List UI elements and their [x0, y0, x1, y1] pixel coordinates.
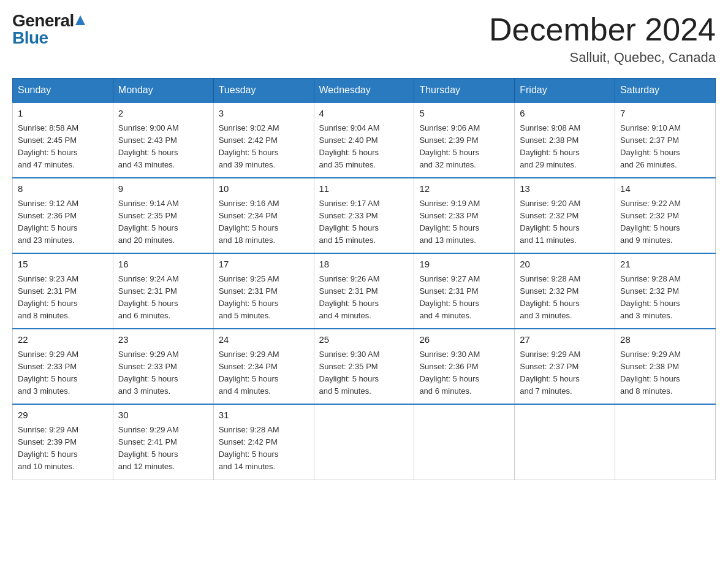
title-area: December 2024 Salluit, Quebec, Canada	[489, 12, 716, 66]
day-info: Sunrise: 9:08 AMSunset: 2:38 PMDaylight:…	[520, 123, 580, 169]
day-info: Sunrise: 8:58 AMSunset: 2:45 PMDaylight:…	[18, 123, 78, 169]
calendar-cell: 20 Sunrise: 9:28 AMSunset: 2:32 PMDaylig…	[515, 253, 615, 329]
day-info: Sunrise: 9:19 AMSunset: 2:33 PMDaylight:…	[419, 199, 480, 245]
weekday-header-wednesday: Wednesday	[314, 79, 414, 103]
location-subtitle: Salluit, Quebec, Canada	[489, 50, 716, 66]
day-info: Sunrise: 9:20 AMSunset: 2:32 PMDaylight:…	[520, 199, 580, 245]
logo: General Blue	[12, 12, 85, 47]
day-info: Sunrise: 9:26 AMSunset: 2:31 PMDaylight:…	[319, 274, 380, 320]
calendar-cell: 29 Sunrise: 9:29 AMSunset: 2:39 PMDaylig…	[13, 404, 113, 480]
calendar-cell: 18 Sunrise: 9:26 AMSunset: 2:31 PMDaylig…	[314, 253, 414, 329]
calendar-cell: 13 Sunrise: 9:20 AMSunset: 2:32 PMDaylig…	[515, 178, 615, 253]
day-number: 31	[219, 408, 309, 423]
calendar-cell: 28 Sunrise: 9:29 AMSunset: 2:38 PMDaylig…	[615, 329, 716, 404]
logo-blue-text: Blue	[12, 29, 48, 47]
calendar-cell: 11 Sunrise: 9:17 AMSunset: 2:33 PMDaylig…	[314, 178, 414, 253]
day-info: Sunrise: 9:28 AMSunset: 2:32 PMDaylight:…	[520, 274, 580, 320]
weekday-header-friday: Friday	[515, 79, 615, 103]
calendar-cell: 30 Sunrise: 9:29 AMSunset: 2:41 PMDaylig…	[113, 404, 213, 480]
day-info: Sunrise: 9:29 AMSunset: 2:37 PMDaylight:…	[520, 350, 580, 396]
day-info: Sunrise: 9:00 AMSunset: 2:43 PMDaylight:…	[118, 123, 179, 169]
calendar-cell: 15 Sunrise: 9:23 AMSunset: 2:31 PMDaylig…	[13, 253, 113, 329]
day-number: 17	[219, 258, 309, 272]
day-number: 10	[219, 182, 309, 196]
weekday-header-tuesday: Tuesday	[213, 79, 314, 103]
calendar-cell: 23 Sunrise: 9:29 AMSunset: 2:33 PMDaylig…	[113, 329, 213, 404]
day-number: 11	[319, 182, 409, 196]
day-number: 4	[319, 107, 409, 121]
day-info: Sunrise: 9:02 AMSunset: 2:42 PMDaylight:…	[219, 123, 279, 169]
day-number: 22	[18, 333, 108, 347]
day-number: 2	[118, 107, 208, 121]
calendar-cell: 17 Sunrise: 9:25 AMSunset: 2:31 PMDaylig…	[213, 253, 314, 329]
calendar-cell: 16 Sunrise: 9:24 AMSunset: 2:31 PMDaylig…	[113, 253, 213, 329]
calendar-cell: 9 Sunrise: 9:14 AMSunset: 2:35 PMDayligh…	[113, 178, 213, 253]
day-number: 5	[419, 107, 509, 121]
calendar-cell: 8 Sunrise: 9:12 AMSunset: 2:36 PMDayligh…	[13, 178, 113, 253]
calendar-cell: 22 Sunrise: 9:29 AMSunset: 2:33 PMDaylig…	[13, 329, 113, 404]
week-row-1: 1 Sunrise: 8:58 AMSunset: 2:45 PMDayligh…	[13, 102, 716, 178]
calendar-cell: 3 Sunrise: 9:02 AMSunset: 2:42 PMDayligh…	[213, 102, 314, 178]
day-number: 7	[620, 107, 710, 121]
day-number: 8	[18, 182, 108, 196]
day-info: Sunrise: 9:29 AMSunset: 2:34 PMDaylight:…	[219, 350, 279, 396]
day-number: 12	[419, 182, 509, 196]
day-info: Sunrise: 9:16 AMSunset: 2:34 PMDaylight:…	[219, 199, 279, 245]
day-number: 13	[520, 182, 610, 196]
week-row-2: 8 Sunrise: 9:12 AMSunset: 2:36 PMDayligh…	[13, 178, 716, 253]
weekday-header-row: SundayMondayTuesdayWednesdayThursdayFrid…	[13, 79, 716, 103]
day-number: 24	[219, 333, 309, 347]
day-number: 19	[419, 258, 509, 272]
calendar-cell: 2 Sunrise: 9:00 AMSunset: 2:43 PMDayligh…	[113, 102, 213, 178]
week-row-5: 29 Sunrise: 9:29 AMSunset: 2:39 PMDaylig…	[13, 404, 716, 480]
day-info: Sunrise: 9:29 AMSunset: 2:41 PMDaylight:…	[118, 425, 179, 471]
day-info: Sunrise: 9:28 AMSunset: 2:32 PMDaylight:…	[620, 274, 681, 320]
calendar-cell: 25 Sunrise: 9:30 AMSunset: 2:35 PMDaylig…	[314, 329, 414, 404]
calendar-cell: 1 Sunrise: 8:58 AMSunset: 2:45 PMDayligh…	[13, 102, 113, 178]
day-info: Sunrise: 9:06 AMSunset: 2:39 PMDaylight:…	[419, 123, 480, 169]
day-info: Sunrise: 9:29 AMSunset: 2:33 PMDaylight:…	[118, 350, 179, 396]
calendar-cell: 4 Sunrise: 9:04 AMSunset: 2:40 PMDayligh…	[314, 102, 414, 178]
calendar-cell: 7 Sunrise: 9:10 AMSunset: 2:37 PMDayligh…	[615, 102, 716, 178]
day-info: Sunrise: 9:10 AMSunset: 2:37 PMDaylight:…	[620, 123, 681, 169]
calendar-cell: 21 Sunrise: 9:28 AMSunset: 2:32 PMDaylig…	[615, 253, 716, 329]
day-number: 6	[520, 107, 610, 121]
weekday-header-saturday: Saturday	[615, 79, 716, 103]
calendar-cell: 5 Sunrise: 9:06 AMSunset: 2:39 PMDayligh…	[414, 102, 515, 178]
calendar-cell	[615, 404, 716, 480]
calendar-cell: 24 Sunrise: 9:29 AMSunset: 2:34 PMDaylig…	[213, 329, 314, 404]
week-row-4: 22 Sunrise: 9:29 AMSunset: 2:33 PMDaylig…	[13, 329, 716, 404]
weekday-header-sunday: Sunday	[13, 79, 113, 103]
day-info: Sunrise: 9:17 AMSunset: 2:33 PMDaylight:…	[319, 199, 380, 245]
day-number: 20	[520, 258, 610, 272]
day-info: Sunrise: 9:27 AMSunset: 2:31 PMDaylight:…	[419, 274, 480, 320]
day-number: 23	[118, 333, 208, 347]
calendar-cell	[314, 404, 414, 480]
day-info: Sunrise: 9:29 AMSunset: 2:38 PMDaylight:…	[620, 350, 681, 396]
day-number: 27	[520, 333, 610, 347]
day-number: 16	[118, 258, 208, 272]
day-info: Sunrise: 9:29 AMSunset: 2:39 PMDaylight:…	[18, 425, 78, 471]
day-info: Sunrise: 9:25 AMSunset: 2:31 PMDaylight:…	[219, 274, 279, 320]
month-year-title: December 2024	[489, 12, 716, 47]
day-number: 28	[620, 333, 710, 347]
day-number: 26	[419, 333, 509, 347]
day-number: 30	[118, 408, 208, 423]
day-info: Sunrise: 9:22 AMSunset: 2:32 PMDaylight:…	[620, 199, 681, 245]
page-header: General Blue December 2024 Salluit, Queb…	[12, 12, 716, 66]
calendar-cell: 12 Sunrise: 9:19 AMSunset: 2:33 PMDaylig…	[414, 178, 515, 253]
calendar-cell: 31 Sunrise: 9:28 AMSunset: 2:42 PMDaylig…	[213, 404, 314, 480]
day-info: Sunrise: 9:30 AMSunset: 2:35 PMDaylight:…	[319, 350, 380, 396]
calendar-cell	[414, 404, 515, 480]
day-number: 21	[620, 258, 710, 272]
week-row-3: 15 Sunrise: 9:23 AMSunset: 2:31 PMDaylig…	[13, 253, 716, 329]
day-info: Sunrise: 9:28 AMSunset: 2:42 PMDaylight:…	[219, 425, 279, 471]
day-number: 9	[118, 182, 208, 196]
day-number: 3	[219, 107, 309, 121]
calendar-cell: 27 Sunrise: 9:29 AMSunset: 2:37 PMDaylig…	[515, 329, 615, 404]
calendar-cell: 6 Sunrise: 9:08 AMSunset: 2:38 PMDayligh…	[515, 102, 615, 178]
day-number: 29	[18, 408, 108, 423]
calendar-cell: 26 Sunrise: 9:30 AMSunset: 2:36 PMDaylig…	[414, 329, 515, 404]
calendar-cell: 10 Sunrise: 9:16 AMSunset: 2:34 PMDaylig…	[213, 178, 314, 253]
day-info: Sunrise: 9:12 AMSunset: 2:36 PMDaylight:…	[18, 199, 78, 245]
